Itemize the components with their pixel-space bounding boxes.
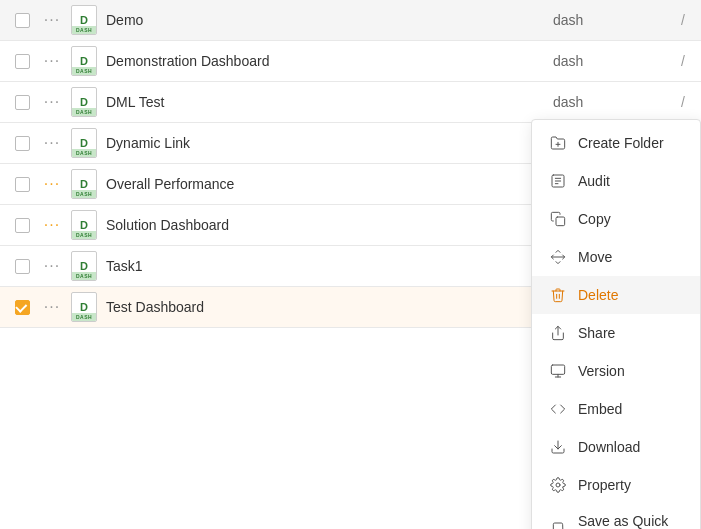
row-checkbox-task1[interactable] [8, 259, 36, 274]
menu-item-create-folder[interactable]: Create Folder [532, 124, 700, 162]
svg-rect-9 [551, 365, 564, 374]
menu-item-label: Copy [578, 211, 611, 227]
row-options-dml-test[interactable]: ··· [36, 93, 68, 111]
row-options-test-dashboard[interactable]: ··· [36, 298, 68, 316]
menu-item-label: Share [578, 325, 615, 341]
menu-item-label: Move [578, 249, 612, 265]
property-icon [548, 475, 568, 495]
row-name[interactable]: Demonstration Dashboard [106, 53, 553, 69]
row-options-task1[interactable]: ··· [36, 257, 68, 275]
audit-icon [548, 171, 568, 191]
menu-item-version[interactable]: Version [532, 352, 700, 390]
checkbox[interactable] [15, 218, 30, 233]
menu-item-save-quick-link[interactable]: Save as Quick Link [532, 504, 700, 529]
menu-item-label: Audit [578, 173, 610, 189]
table-row: ··· dash Demo dash / [0, 0, 701, 41]
row-name[interactable]: Task1 [106, 258, 553, 274]
row-checkbox-dynamic-link[interactable] [8, 136, 36, 151]
row-checkbox-test-dashboard[interactable] [8, 300, 36, 315]
row-type: dash [553, 53, 633, 69]
menu-item-copy[interactable]: Copy [532, 200, 700, 238]
table-row: ··· dash Demonstration Dashboard dash / [0, 41, 701, 82]
menu-item-audit[interactable]: Audit [532, 162, 700, 200]
row-checkbox-overall-performance[interactable] [8, 177, 36, 192]
row-checkbox-solution-dashboard[interactable] [8, 218, 36, 233]
checkbox[interactable] [15, 177, 30, 192]
checkbox[interactable] [15, 54, 30, 69]
menu-item-share[interactable]: Share [532, 314, 700, 352]
row-options-demo[interactable]: ··· [36, 11, 68, 29]
row-type: dash [553, 94, 633, 110]
svg-point-13 [556, 483, 560, 487]
trash-icon [548, 285, 568, 305]
menu-item-move[interactable]: Move [532, 238, 700, 276]
checkbox[interactable] [15, 136, 30, 151]
row-name[interactable]: Overall Performance [106, 176, 553, 192]
table-row: ··· dash DML Test dash / [0, 82, 701, 123]
row-type: dash [553, 12, 633, 28]
menu-item-property[interactable]: Property [532, 466, 700, 504]
embed-icon [548, 399, 568, 419]
file-icon: dash [68, 292, 100, 322]
row-options-solution-dashboard[interactable]: ··· [36, 216, 68, 234]
file-icon: dash [68, 5, 100, 35]
folder-plus-icon [548, 133, 568, 153]
context-menu: Create Folder Audit Copy Move Delete Sha… [531, 119, 701, 529]
checkbox[interactable] [15, 13, 30, 28]
download-icon [548, 437, 568, 457]
share-icon [548, 323, 568, 343]
menu-item-download[interactable]: Download [532, 428, 700, 466]
row-checkbox-dml-test[interactable] [8, 95, 36, 110]
checkbox[interactable] [15, 259, 30, 274]
row-options-overall-performance[interactable]: ··· [36, 175, 68, 193]
copy-icon [548, 209, 568, 229]
menu-item-label: Download [578, 439, 640, 455]
row-options-dynamic-link[interactable]: ··· [36, 134, 68, 152]
menu-item-label: Create Folder [578, 135, 664, 151]
version-icon [548, 361, 568, 381]
row-slash: / [633, 94, 693, 110]
row-slash: / [633, 53, 693, 69]
file-icon: dash [68, 251, 100, 281]
checkbox[interactable] [15, 95, 30, 110]
row-name[interactable]: DML Test [106, 94, 553, 110]
menu-item-label: Delete [578, 287, 618, 303]
file-icon: dash [68, 169, 100, 199]
menu-item-embed[interactable]: Embed [532, 390, 700, 428]
row-options-demonstration-dashboard[interactable]: ··· [36, 52, 68, 70]
file-icon: dash [68, 87, 100, 117]
menu-item-label: Embed [578, 401, 622, 417]
file-icon: dash [68, 210, 100, 240]
row-name[interactable]: Test Dashboard [106, 299, 553, 315]
row-slash: / [633, 12, 693, 28]
row-checkbox-demonstration-dashboard[interactable] [8, 54, 36, 69]
bookmark-icon [548, 519, 568, 529]
menu-item-label: Property [578, 477, 631, 493]
menu-item-label: Save as Quick Link [578, 513, 684, 529]
svg-rect-6 [556, 217, 565, 226]
menu-item-label: Version [578, 363, 625, 379]
file-icon: dash [68, 46, 100, 76]
menu-item-delete[interactable]: Delete [532, 276, 700, 314]
checkbox[interactable] [15, 300, 30, 315]
row-name[interactable]: Solution Dashboard [106, 217, 553, 233]
row-name[interactable]: Dynamic Link [106, 135, 553, 151]
move-icon [548, 247, 568, 267]
row-name[interactable]: Demo [106, 12, 553, 28]
row-checkbox-demo[interactable] [8, 13, 36, 28]
file-icon: dash [68, 128, 100, 158]
